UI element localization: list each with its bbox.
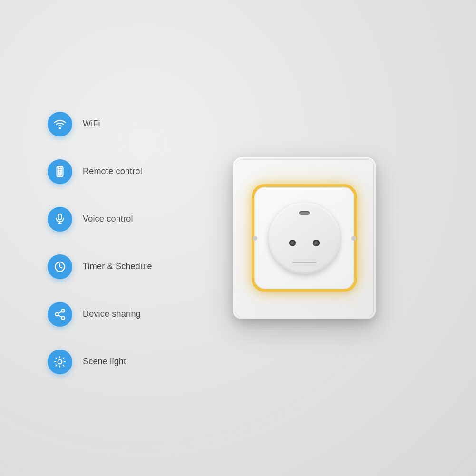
socket-face bbox=[269, 203, 340, 274]
svg-rect-6 bbox=[58, 172, 59, 173]
right-contact bbox=[351, 236, 356, 241]
feature-item-wifi: WiFi bbox=[48, 112, 152, 136]
pin-holes bbox=[289, 240, 320, 246]
wifi-icon bbox=[54, 118, 66, 130]
clock-icon bbox=[54, 261, 66, 273]
voice-label: Voice control bbox=[83, 214, 133, 224]
remote-icon-circle bbox=[48, 159, 72, 184]
left-contact bbox=[253, 236, 257, 241]
svg-rect-4 bbox=[58, 170, 59, 171]
feature-item-scene-light: Scene light bbox=[48, 350, 152, 374]
svg-point-18 bbox=[58, 359, 62, 364]
svg-rect-3 bbox=[60, 168, 61, 169]
feature-item-remote: Remote control bbox=[48, 159, 152, 184]
bottom-stripe bbox=[292, 262, 316, 263]
wifi-icon-circle bbox=[48, 112, 72, 136]
timer-icon-circle bbox=[48, 254, 72, 279]
feature-item-sharing: Device sharing bbox=[48, 302, 152, 327]
timer-label: Timer & Schedule bbox=[83, 262, 152, 272]
plug-section bbox=[152, 157, 438, 319]
remote-icon bbox=[54, 165, 66, 178]
light-icon bbox=[54, 356, 66, 368]
sharing-icon-circle bbox=[48, 302, 72, 327]
pin-hole-left bbox=[289, 240, 296, 246]
svg-line-22 bbox=[63, 365, 64, 366]
features-list: WiFi Remote control bbox=[48, 102, 152, 374]
feature-item-timer: Timer & Schedule bbox=[48, 254, 152, 279]
svg-rect-5 bbox=[60, 170, 61, 171]
svg-line-17 bbox=[58, 311, 61, 313]
voice-icon-circle bbox=[48, 207, 72, 232]
scene-light-label: Scene light bbox=[83, 357, 126, 367]
svg-line-16 bbox=[58, 315, 61, 317]
microphone-icon bbox=[54, 213, 66, 225]
earth-slot bbox=[299, 211, 310, 215]
svg-rect-8 bbox=[58, 174, 62, 175]
svg-rect-9 bbox=[58, 214, 62, 220]
remote-label: Remote control bbox=[83, 166, 142, 176]
wall-plate bbox=[233, 157, 376, 319]
svg-line-25 bbox=[56, 365, 57, 366]
svg-rect-2 bbox=[58, 168, 59, 169]
svg-line-26 bbox=[63, 358, 64, 359]
pin-hole-right bbox=[313, 240, 320, 246]
wifi-label: WiFi bbox=[83, 119, 100, 129]
svg-point-0 bbox=[59, 127, 60, 128]
scene-light-icon-circle bbox=[48, 350, 72, 374]
share-icon bbox=[54, 308, 66, 321]
socket-body bbox=[254, 187, 354, 289]
main-container: WiFi Remote control bbox=[0, 0, 476, 476]
sharing-label: Device sharing bbox=[83, 309, 141, 319]
svg-rect-7 bbox=[60, 172, 61, 173]
svg-line-21 bbox=[56, 358, 57, 359]
feature-item-voice: Voice control bbox=[48, 207, 152, 232]
